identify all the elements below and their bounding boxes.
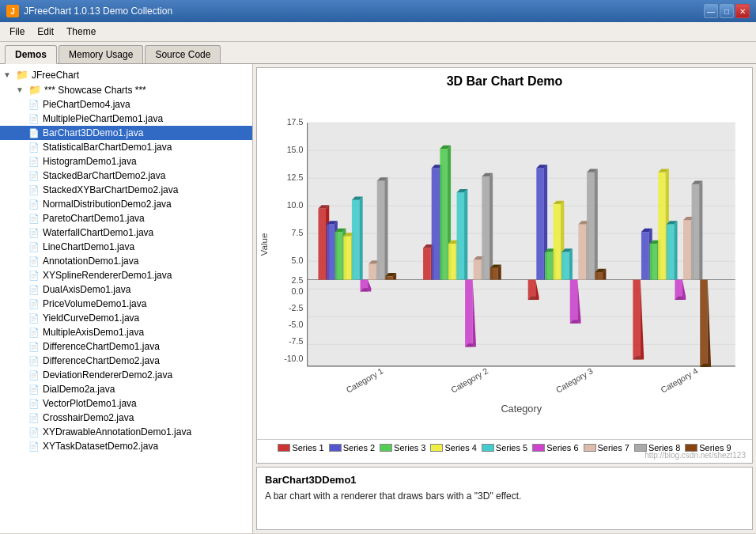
svg-rect-45 [369, 263, 376, 279]
list-item[interactable]: 📄 LineChartDemo1.java [0, 240, 252, 254]
list-item[interactable]: 📄 DeviationRendererDemo2.java [0, 368, 252, 382]
sidebar: ▼ 📁 JFreeChart ▼ 📁 *** Showcase Charts *… [0, 64, 253, 533]
file-label: VectorPlotDemo1.java [43, 398, 137, 409]
list-item[interactable]: 📄 HistogramDemo1.java [0, 154, 252, 169]
tree-showcase-label: *** Showcase Charts *** [44, 85, 146, 96]
svg-rect-102 [587, 172, 595, 280]
svg-rect-105 [595, 272, 603, 280]
description-panel: BarChart3DDemo1 A bar chart with a rende… [256, 467, 753, 530]
list-item[interactable]: 📄 StackedBarChartDemo2.java [0, 169, 252, 183]
list-item[interactable]: 📄 StackedXYBarChartDemo2.java [0, 183, 252, 197]
file-label: XYDrawableAnnotationDemo1.java [43, 426, 191, 437]
tab-memory-usage[interactable]: Memory Usage [59, 45, 143, 63]
svg-rect-111 [641, 232, 649, 279]
svg-rect-84 [536, 168, 544, 279]
desc-text: A bar chart with a renderer that draws b… [265, 490, 744, 502]
list-item[interactable]: 📄 ParetoChartDemo1.java [0, 211, 252, 225]
file-label: PriceVolumeDemo1.java [43, 298, 146, 309]
list-item[interactable]: 📄 XYSplineRendererDemo1.java [0, 268, 252, 282]
chart-title: 3D Bar Chart Demo [257, 68, 752, 92]
menu-edit[interactable]: Edit [31, 24, 60, 40]
file-label: XYSplineRendererDemo1.java [43, 270, 172, 281]
file-icon: 📄 [28, 171, 40, 181]
sidebar-tree[interactable]: ▼ 📁 JFreeChart ▼ 📁 *** Showcase Charts *… [0, 64, 252, 533]
svg-rect-132 [700, 280, 708, 367]
legend-color-5 [482, 444, 494, 452]
legend-color-3 [380, 444, 392, 452]
legend-label-3: Series 3 [394, 443, 425, 453]
list-item[interactable]: 📄 CrosshairDemo2.java [0, 411, 252, 425]
file-icon: 📄 [28, 157, 40, 167]
file-icon: 📄 [28, 100, 40, 110]
list-item[interactable]: 📄 NormalDistributionDemo2.java [0, 197, 252, 211]
list-item[interactable]: 📄 DualAxisDemo1.java [0, 282, 252, 297]
tree-root-label: JFreeChart [32, 70, 79, 81]
file-label: HistogramDemo1.java [43, 156, 137, 167]
file-icon: 📄 [28, 214, 40, 224]
file-icon: 📄 [28, 342, 40, 352]
file-icon: 📄 [28, 128, 40, 138]
main-content: ▼ 📁 JFreeChart ▼ 📁 *** Showcase Charts *… [0, 64, 756, 533]
list-item[interactable]: 📄 MultipleAxisDemo1.java [0, 325, 252, 339]
file-label: LineChartDemo1.java [43, 241, 134, 252]
file-label: StackedXYBarChartDemo2.java [43, 184, 178, 195]
list-item[interactable]: 📄 MultiplePieChartDemo1.java [0, 112, 252, 126]
file-icon: 📄 [28, 114, 40, 124]
list-item[interactable]: 📄 XYDrawableAnnotationDemo1.java [0, 425, 252, 439]
legend-series6: Series 6 [532, 443, 578, 453]
svg-marker-41 [359, 197, 362, 280]
svg-rect-72 [474, 259, 482, 279]
svg-text:5.0: 5.0 [292, 256, 304, 265]
list-item[interactable]: 📄 AnnotationDemo1.java [0, 254, 252, 268]
file-icon: 📄 [28, 242, 40, 252]
app-icon: J [6, 5, 19, 17]
legend-label-4: Series 4 [444, 443, 476, 453]
legend-color-6 [532, 444, 545, 452]
tab-demos[interactable]: Demos [5, 45, 57, 64]
svg-text:7.5: 7.5 [292, 228, 304, 237]
close-button[interactable]: ✕ [735, 4, 750, 18]
list-item[interactable]: 📄 YieldCurveDemo1.java [0, 311, 252, 325]
svg-rect-126 [683, 220, 691, 279]
list-item[interactable]: 📄 PieChartDemo4.java [0, 97, 252, 112]
tree-showcase[interactable]: ▼ 📁 *** Showcase Charts *** [0, 82, 252, 97]
file-icon: 📄 [28, 299, 40, 309]
tab-source-code[interactable]: Source Code [145, 45, 221, 63]
list-item-selected[interactable]: 📄 BarChart3DDemo1.java [0, 126, 252, 140]
minimize-button[interactable]: — [704, 4, 718, 18]
menu-theme[interactable]: Theme [60, 24, 102, 40]
svg-rect-48 [377, 180, 385, 279]
list-item[interactable]: 📄 PriceVolumeDemo1.java [0, 297, 252, 311]
menu-file[interactable]: File [3, 24, 31, 40]
list-item[interactable]: 📄 WaterfallChartDemo1.java [0, 225, 252, 240]
tree-root[interactable]: ▼ 📁 JFreeChart [0, 67, 252, 82]
svg-text:-5.0: -5.0 [289, 320, 303, 329]
svg-text:Value: Value [259, 233, 269, 256]
file-icon: 📄 [28, 199, 40, 210]
list-item[interactable]: 📄 StatisticalBarChartDemo1.java [0, 140, 252, 154]
svg-marker-104 [595, 169, 598, 280]
svg-text:Category 3: Category 3 [554, 365, 595, 394]
svg-marker-50 [384, 177, 387, 279]
svg-text:Category: Category [501, 403, 542, 415]
file-icon: 📄 [28, 228, 40, 238]
list-item[interactable]: 📄 DifferenceChartDemo2.java [0, 354, 252, 368]
legend-color-7 [584, 444, 596, 452]
desc-title: BarChart3DDemo1 [265, 474, 744, 486]
list-item[interactable]: 📄 VectorPlotDemo1.java [0, 396, 252, 411]
legend-label-7: Series 7 [598, 443, 629, 453]
list-item[interactable]: 📄 DifferenceChartDemo1.java [0, 339, 252, 354]
file-label: StatisticalBarChartDemo1.java [43, 142, 172, 153]
legend-series5: Series 5 [482, 443, 527, 453]
maximize-button[interactable]: □ [720, 4, 734, 18]
file-icon: 📄 [28, 441, 40, 452]
list-item[interactable]: 📄 XYTaskDatasetDemo2.java [0, 439, 252, 453]
svg-rect-33 [335, 232, 343, 279]
file-label: BarChart3DDemo1.java [43, 127, 143, 138]
file-label: MultipleAxisDemo1.java [43, 327, 144, 338]
svg-text:Category 2: Category 2 [449, 365, 490, 394]
list-item[interactable]: 📄 DialDemo2a.java [0, 382, 252, 396]
menu-bar: File Edit Theme [0, 22, 756, 42]
file-icon: 📄 [28, 413, 40, 423]
file-icon: 📄 [28, 271, 40, 281]
